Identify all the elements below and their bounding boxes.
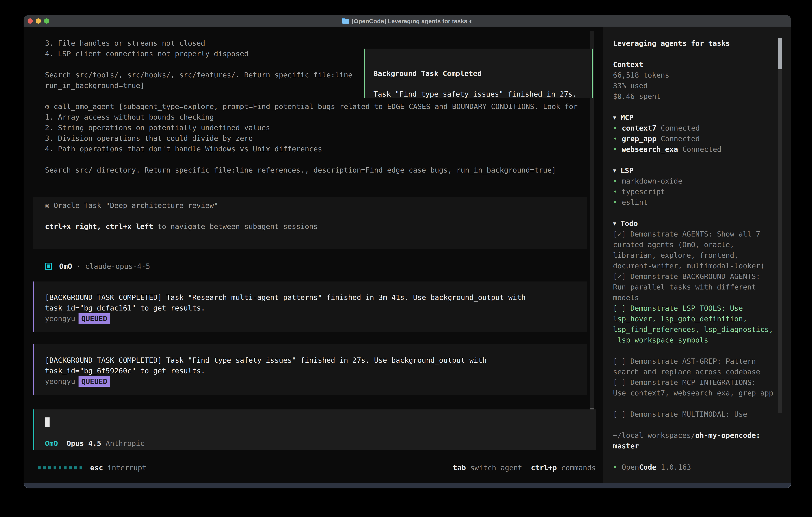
oracle-task-hint: ctrl+x right, ctrl+x left to navigate be… (45, 221, 318, 232)
git-branch: master (613, 441, 639, 451)
statusbar-right: tab switch agent ctrl+p commands (383, 462, 596, 473)
background-task-notification: Background Task Completed Task "Find typ… (364, 49, 592, 98)
todo-line-pending: search and replace across codebase (613, 366, 760, 377)
message-card: [BACKGROUND TASK COMPLETED] Task "Find t… (33, 344, 587, 395)
chevron-down-icon: ▼ (613, 167, 616, 173)
version-line: •OpenCode 1.0.163 (613, 462, 691, 472)
commands-key-hint: ctrl+p (531, 464, 557, 472)
todo-line-done: [✓] Demonstrate BACKGROUND AGENTS: (613, 271, 760, 282)
message-meta: yeongyuQUEUED (45, 376, 110, 387)
scrollback-line: 4. LSP client connections not properly d… (45, 48, 249, 59)
status-dot-icon: • (613, 188, 617, 196)
activity-spinner (38, 466, 82, 469)
message-meta: yeongyuQUEUED (45, 313, 110, 324)
status-dot-icon: • (613, 463, 617, 471)
active-agent-label: OmO (45, 439, 58, 447)
context-spent: $0.46 spent (613, 91, 661, 102)
todo-line-active: lsp_workspace_symbols (613, 335, 708, 345)
app-window: [OpenCode] Leveraging agents for tasks ◐… (24, 15, 791, 488)
lsp-item: •typescript (613, 186, 665, 197)
oracle-task-panel: ◉ Oracle Task "Deep architecture review"… (33, 197, 587, 249)
sidebar-scrollbar-thumb[interactable] (778, 38, 782, 70)
todo-line-done: document-writer, multimodal-looker) (613, 261, 765, 271)
record-icon: ◉ (45, 201, 49, 210)
input-meta-row: OmO Opus 4.5 Anthropic (45, 438, 145, 448)
todo-line-done: [✓] Demonstrate AGENTS: Show all 7 (613, 229, 760, 239)
todo-line-pending: [ ] Demonstrate MCP INTEGRATIONS: (613, 377, 756, 388)
username: yeongyu (45, 377, 75, 385)
tool-call-line: 4. Path operations that don't handle Win… (45, 143, 322, 154)
statusbar-left: esc interrupt (38, 462, 146, 473)
tab-key-hint: tab (453, 464, 466, 472)
status-dot-icon: • (613, 198, 617, 206)
titlebar: [OpenCode] Leveraging agents for tasks ◐ (24, 15, 791, 27)
status-dot-icon: • (613, 145, 617, 153)
gear-icon: ⚙ (45, 102, 49, 111)
tool-call-line: 1. Array access without bounds checking (45, 112, 214, 123)
folder-icon (342, 19, 349, 24)
todo-line-pending: [ ] Demonstrate MULTIMODAL: Use (613, 409, 747, 419)
session-title: Leveraging agents for tasks (613, 38, 730, 49)
todo-line-done: librarian, explore, frontend, (613, 250, 739, 261)
mcp-item: •websearch_exaConnected (613, 144, 722, 155)
terminal-content: 3. File handles or streams not closed 4.… (24, 27, 791, 483)
status-dot-icon: • (613, 124, 617, 132)
mcp-item: •context7Connected (613, 123, 700, 133)
lsp-item: •eslint (613, 197, 648, 208)
workspace-path: ~/local-workspaces/oh-my-opencode: (613, 430, 760, 441)
status-badge: QUEUED (79, 376, 110, 387)
todo-section-header[interactable]: ▼Todo (613, 218, 638, 229)
window-bottom-edge (24, 483, 791, 488)
message-text: [BACKGROUND TASK COMPLETED] Task "Find t… (45, 355, 487, 365)
model-label: Opus 4.5 (66, 439, 101, 447)
todo-line-pending: Use context7, websearch_exa, grep_app (613, 388, 773, 398)
message-text: task_id="bg_dcfac161" to get results. (45, 303, 205, 313)
tool-call-line: 3. Division operations that could divide… (45, 133, 253, 143)
message-text: [BACKGROUND TASK COMPLETED] Task "Resear… (45, 292, 526, 303)
status-dot-icon: • (613, 177, 617, 185)
lsp-section-header[interactable]: ▼LSP (613, 165, 634, 176)
chevron-down-icon: ▼ (613, 114, 616, 120)
scrollback-line: 3. File handles or streams not closed (45, 38, 205, 48)
mcp-item: •grep_appConnected (613, 133, 700, 144)
sidebar: Leveraging agents for tasks Context 66,5… (603, 27, 791, 483)
tool-call-line: Search src/ directory. Return specific f… (45, 165, 556, 175)
notification-title: Background Task Completed (373, 68, 482, 79)
sidebar-scrollbar-track (778, 38, 782, 413)
agent-session-header[interactable]: OmO · claude-opus-4-5 (59, 261, 150, 272)
context-heading: Context (613, 59, 643, 70)
scrollback-line: Search src/tools/, src/hooks/, src/featu… (45, 70, 352, 80)
message-text: task_id="bg_6f59260c" to get results. (45, 365, 205, 376)
message-card: [BACKGROUND TASK COMPLETED] Task "Resear… (33, 281, 587, 332)
lsp-item: •markdown-oxide (613, 176, 682, 186)
todo-line-active: [ ] Demonstrate LSP TOOLS: Use (613, 303, 743, 314)
esc-key-hint: esc (90, 464, 103, 472)
text-cursor (45, 417, 50, 427)
mcp-section-header[interactable]: ▼MCP (613, 112, 634, 123)
username: yeongyu (45, 315, 75, 323)
agent-icon (45, 263, 52, 270)
todo-line-done: models (613, 292, 639, 303)
todo-line-active: lsp_find_references, lsp_diagnostics, (613, 324, 773, 335)
oracle-task-title: ◉ Oracle Task "Deep architecture review" (45, 200, 218, 211)
context-used: 33% used (613, 80, 647, 91)
context-tokens: 66,518 tokens (613, 70, 669, 80)
tool-call-line: 2. String operations on potentially unde… (45, 123, 270, 133)
provider-label: Anthropic (106, 439, 144, 447)
status-dot-icon: • (613, 135, 617, 143)
todo-line-active: lsp_hover, lsp_goto_definition, (613, 314, 747, 324)
todo-line-done: Run parallel tasks with different (613, 282, 756, 292)
todo-line-done: curated agents (OmO, oracle, (613, 239, 734, 250)
status-badge: QUEUED (79, 313, 110, 324)
window-title: [OpenCode] Leveraging agents for tasks ◐ (352, 18, 473, 25)
chevron-down-icon: ▼ (613, 220, 616, 226)
todo-line-pending: [ ] Demonstrate AST-GREP: Pattern (613, 356, 756, 366)
scrollback-line: run_in_background=true] (45, 80, 145, 91)
tool-call-line: ⚙ call_omo_agent [subagent_type=explore,… (45, 101, 578, 112)
notification-body: Task "Find type safety issues" finished … (373, 89, 577, 99)
